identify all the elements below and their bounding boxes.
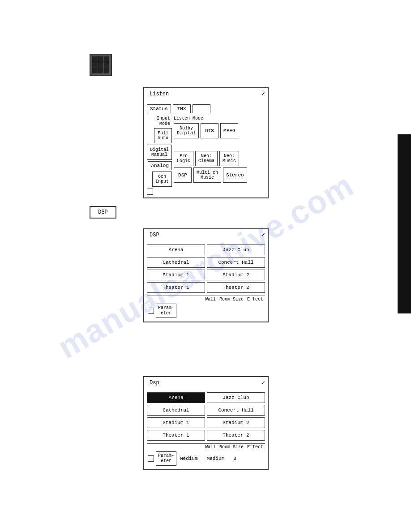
- dsp1-theater1-button[interactable]: Theater 1: [147, 282, 205, 293]
- status-button[interactable]: Status: [147, 104, 171, 113]
- dsp1-arena-button[interactable]: Arena: [147, 245, 205, 255]
- dsp1-concert-hall-button[interactable]: Concert Hall: [207, 257, 265, 268]
- dsp2-param-button[interactable]: Param-eter: [156, 451, 176, 466]
- analog-button[interactable]: Analog: [148, 161, 172, 170]
- dsp-panel-2: Dsp ✓ Arena Jazz Club Cathedral Concert …: [143, 376, 269, 470]
- room-size-label: Room Size: [219, 297, 244, 302]
- dsp2-arena-button[interactable]: Arena: [147, 392, 205, 403]
- digital-manual-button[interactable]: DigitalManual: [147, 145, 172, 160]
- dsp-panel-1: DSP ✓ Arena Jazz Club Cathedral Concert …: [143, 228, 269, 322]
- icon-grid: [90, 54, 112, 76]
- 6ch-input-button[interactable]: 6chInput: [152, 172, 172, 187]
- icon-cell-1: [92, 56, 98, 62]
- dsp-panel-1-bottom-row: Param-eter: [147, 303, 265, 319]
- listen-row-spacer: [174, 140, 265, 150]
- input-mode-label: InputMode: [157, 116, 170, 127]
- dsp1-cathedral-button[interactable]: Cathedral: [147, 257, 205, 268]
- dsp-panel-1-bottom: Wall Room Size Effect Param-eter: [147, 296, 265, 319]
- listen-panel-check: ✓: [261, 90, 265, 98]
- dsp1-stadium1-button[interactable]: Stadium 1: [147, 270, 205, 280]
- icon-cell-8: [98, 68, 103, 73]
- dts-button[interactable]: DTS: [201, 123, 218, 138]
- dsp-panel-2-title: Dsp: [147, 379, 162, 387]
- icon-cell-7: [92, 68, 98, 73]
- effect-label-2: Effect: [247, 445, 263, 450]
- wall-label: Wall: [205, 297, 216, 302]
- wall-label-2: Wall: [205, 445, 216, 450]
- dsp2-theater2-button[interactable]: Theater 2: [207, 430, 265, 441]
- dsp-panel-2-bottom: Wall Room Size Effect Param-eter Medium …: [147, 443, 265, 467]
- dsp1-param-button[interactable]: Param-eter: [156, 304, 176, 318]
- extra-button[interactable]: [193, 104, 210, 113]
- listen-row-3: DSP Multi chMusic Stereo: [174, 167, 265, 183]
- dsp-panel-2-grid: Arena Jazz Club Cathedral Concert Hall S…: [147, 392, 265, 441]
- listen-panel-title: Listen: [147, 90, 171, 98]
- room-size-label-2: Room Size: [219, 445, 244, 450]
- pro-logic-button[interactable]: ProLogic: [174, 151, 193, 166]
- dsp-panel-2-check: ✓: [261, 379, 265, 386]
- dsp2-checkbox[interactable]: [148, 455, 154, 462]
- dolby-digital-button[interactable]: DolbyDigital: [174, 123, 199, 138]
- stereo-button[interactable]: Stereo: [223, 167, 247, 183]
- dsp2-theater1-button[interactable]: Theater 1: [147, 430, 205, 441]
- dsp-panel-1-grid: Arena Jazz Club Cathedral Concert Hall S…: [147, 245, 265, 293]
- dsp-listen-button[interactable]: DSP: [174, 167, 192, 183]
- icon-cell-9: [104, 68, 109, 73]
- right-sidebar: [398, 134, 411, 313]
- dsp1-theater2-button[interactable]: Theater 2: [207, 282, 265, 293]
- listen-main: InputMode FullAuto DigitalManual Analog …: [147, 116, 265, 187]
- listen-top-row: Status THX: [147, 104, 265, 113]
- icon-cell-2: [98, 56, 103, 62]
- icon-cell-6: [104, 62, 109, 68]
- dsp-panel-2-bottom-labels: Wall Room Size Effect: [147, 444, 265, 450]
- thx-button[interactable]: THX: [173, 104, 191, 113]
- listen-row-1: DolbyDigital DTS MPEG: [174, 123, 265, 138]
- mpeg-button[interactable]: MPEG: [220, 123, 238, 138]
- listen-mode-col: Listen Mode DolbyDigital DTS MPEG ProLog…: [174, 116, 265, 187]
- dsp-panel-2-bottom-row: Param-eter Medium Medium 3: [147, 450, 265, 467]
- dsp2-concert-hall-button[interactable]: Concert Hall: [207, 405, 265, 416]
- dsp2-effect-value: 3: [233, 456, 236, 461]
- icon-cell-3: [104, 56, 109, 62]
- input-mode-col: InputMode FullAuto DigitalManual Analog …: [147, 116, 172, 187]
- dsp2-param-values: Medium Medium 3: [180, 456, 236, 461]
- icon-cell-5: [98, 62, 103, 68]
- dsp2-stadium2-button[interactable]: Stadium 2: [207, 417, 265, 428]
- dsp2-wall-value: Medium: [180, 456, 198, 461]
- icon-cell-4: [92, 62, 98, 68]
- listen-panel: Listen ✓ Status THX InputMode FullAuto D…: [143, 87, 269, 198]
- dsp-panel-1-check: ✓: [261, 231, 265, 239]
- listen-row-2: ProLogic Neo:Cinema Neo:Music: [174, 151, 265, 166]
- dsp2-room-size-value: Medium: [207, 456, 225, 461]
- listen-checkbox[interactable]: [147, 189, 153, 195]
- dsp2-jazz-club-button[interactable]: Jazz Club: [207, 392, 265, 403]
- dsp1-jazz-club-button[interactable]: Jazz Club: [207, 245, 265, 255]
- dsp1-checkbox[interactable]: [148, 308, 154, 314]
- neo-music-button[interactable]: Neo:Music: [219, 151, 239, 166]
- neo-cinema-button[interactable]: Neo:Cinema: [195, 151, 218, 166]
- dsp2-cathedral-button[interactable]: Cathedral: [147, 405, 205, 416]
- multi-ch-music-button[interactable]: Multi chMusic: [193, 167, 221, 183]
- effect-label: Effect: [247, 297, 263, 302]
- listen-bottom-row: [147, 189, 265, 195]
- dsp2-stadium1-button[interactable]: Stadium 1: [147, 417, 205, 428]
- dsp-panel-1-bottom-labels: Wall Room Size Effect: [147, 296, 265, 303]
- listen-mode-label: Listen Mode: [174, 116, 265, 121]
- dsp-panel-1-title: DSP: [147, 231, 162, 239]
- full-auto-button[interactable]: FullAuto: [154, 128, 172, 143]
- dsp-standalone-button[interactable]: DSP: [90, 206, 116, 219]
- dsp1-stadium2-button[interactable]: Stadium 2: [207, 270, 265, 280]
